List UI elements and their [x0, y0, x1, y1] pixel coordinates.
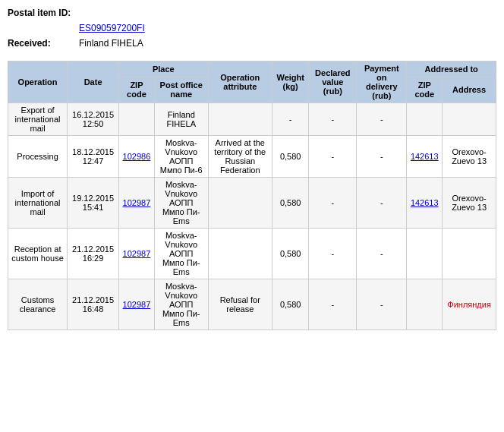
cell-operation: Import of international mail: [8, 178, 68, 229]
postal-item-row: Postal item ID:: [8, 8, 496, 18]
cell-payment: -: [357, 136, 407, 178]
cell-payment: -: [357, 229, 407, 279]
cell-address: Финляндия: [443, 279, 496, 330]
cell-post-office-name: Finland FIHELA: [154, 103, 208, 136]
col-address: Address: [443, 77, 496, 102]
table-row: Processing18.12.2015 12:47102986Moskva-V…: [8, 136, 496, 178]
tracking-table: Operation Date Place Operation attribute…: [8, 61, 496, 330]
cell-date: 21.12.2015 16:48: [68, 279, 119, 330]
header-section: Postal item ID: ES090597200FI Received: …: [8, 8, 496, 49]
cell-address: [443, 229, 496, 279]
cell-post-office-name: Moskva-Vnukovo АОПП Ммпо Пи-Ems: [154, 229, 208, 279]
cell-addr-zip-code[interactable]: 142613: [407, 136, 443, 178]
table-row: Import of international mail19.12.2015 1…: [8, 178, 496, 229]
col-place: Place: [119, 61, 209, 77]
cell-address: Orexovo-Zuevo 13: [443, 178, 496, 229]
cell-operation: Reception at custom house: [8, 229, 68, 279]
table-row: Export of international mail16.12.2015 1…: [8, 103, 496, 136]
cell-operation-attribute: [208, 229, 272, 279]
cell-payment: -: [357, 103, 407, 136]
postal-item-id-row: ES090597200FI: [8, 23, 496, 33]
table-row: Customs clearance21.12.2015 16:48102987M…: [8, 279, 496, 330]
cell-date: 19.12.2015 15:41: [68, 178, 119, 229]
cell-post-office-name: Moskva-Vnukovo АОПП Ммпо Пи-Ems: [154, 279, 208, 330]
cell-operation: Processing: [8, 136, 68, 178]
cell-zip-code: [119, 103, 155, 136]
cell-post-office-name: Moskva-Vnukovo АОПП Ммпо Пи-6: [154, 136, 208, 178]
col-post-office-name: Post office name: [154, 77, 208, 102]
cell-payment: -: [357, 178, 407, 229]
received-value: Finland FIHELA: [79, 38, 143, 49]
cell-weight: 0,580: [272, 279, 309, 330]
cell-operation-attribute: Arrived at the territory of the Russian …: [208, 136, 272, 178]
col-addr-zip-code: ZIP code: [407, 77, 443, 102]
col-date: Date: [68, 61, 119, 103]
cell-operation-attribute: [208, 103, 272, 136]
col-weight: Weight (kg): [272, 61, 309, 103]
cell-address: [443, 103, 496, 136]
col-operation: Operation: [8, 61, 68, 103]
received-label: Received:: [8, 38, 76, 49]
cell-date: 21.12.2015 16:29: [68, 229, 119, 279]
col-zip-code: ZIP code: [119, 77, 155, 102]
cell-declared-value: -: [309, 136, 357, 178]
col-declared-value: Declared value (rub): [309, 61, 357, 103]
cell-operation: Customs clearance: [8, 279, 68, 330]
received-row: Received: Finland FIHELA: [8, 38, 496, 49]
postal-item-label: Postal item ID:: [8, 8, 76, 18]
cell-addr-zip-code: [407, 279, 443, 330]
postal-item-id[interactable]: ES090597200FI: [79, 23, 145, 33]
cell-declared-value: -: [309, 178, 357, 229]
cell-declared-value: -: [309, 279, 357, 330]
cell-payment: -: [357, 279, 407, 330]
cell-zip-code[interactable]: 102987: [119, 279, 155, 330]
cell-weight: 0,580: [272, 229, 309, 279]
cell-address: Orexovo-Zuevo 13: [443, 136, 496, 178]
col-payment: Payment on delivery (rub): [357, 61, 407, 103]
cell-zip-code[interactable]: 102986: [119, 136, 155, 178]
cell-date: 16.12.2015 12:50: [68, 103, 119, 136]
table-header-row-1: Operation Date Place Operation attribute…: [8, 61, 496, 77]
col-operation-attribute: Operation attribute: [208, 61, 272, 103]
table-body: Export of international mail16.12.2015 1…: [8, 103, 496, 330]
cell-date: 18.12.2015 12:47: [68, 136, 119, 178]
cell-weight: -: [272, 103, 309, 136]
cell-declared-value: -: [309, 103, 357, 136]
cell-zip-code[interactable]: 102987: [119, 229, 155, 279]
cell-operation: Export of international mail: [8, 103, 68, 136]
cell-declared-value: -: [309, 229, 357, 279]
cell-operation-attribute: [208, 178, 272, 229]
cell-weight: 0,580: [272, 178, 309, 229]
cell-operation-attribute: Refusal for release: [208, 279, 272, 330]
cell-zip-code[interactable]: 102987: [119, 178, 155, 229]
cell-addr-zip-code: [407, 229, 443, 279]
cell-weight: 0,580: [272, 136, 309, 178]
table-row: Reception at custom house21.12.2015 16:2…: [8, 229, 496, 279]
cell-post-office-name: Moskva-Vnukovo АОПП Ммпо Пи-Ems: [154, 178, 208, 229]
cell-addr-zip-code: [407, 103, 443, 136]
cell-addr-zip-code[interactable]: 142613: [407, 178, 443, 229]
col-addressed-to: Addressed to: [407, 61, 496, 77]
